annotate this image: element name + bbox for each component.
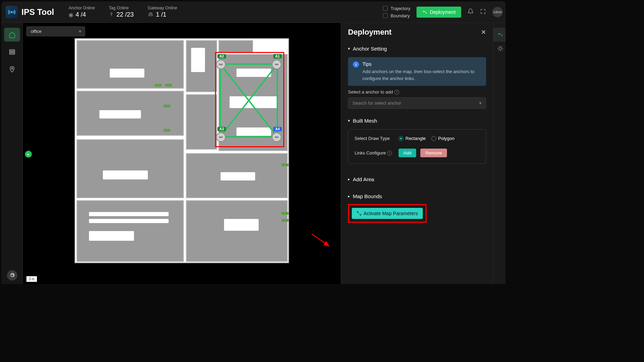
svg-rect-4 <box>9 51 15 52</box>
user-avatar[interactable]: Admin <box>492 7 503 17</box>
svg-point-18 <box>499 47 502 50</box>
tag-icon <box>109 11 114 18</box>
nav-map[interactable] <box>4 62 20 76</box>
map-select-dropdown[interactable]: office <box>26 26 85 36</box>
activate-highlight: Activate Map Parameters <box>348 204 427 223</box>
close-button[interactable]: ✕ <box>481 28 486 36</box>
status-tag: Tag Online 22 /23 <box>109 6 134 18</box>
svg-point-15 <box>221 137 222 138</box>
remove-link-button[interactable]: Remove <box>420 149 447 157</box>
settings-button[interactable] <box>7 270 17 281</box>
section-add-area[interactable]: ▸ Add Area <box>348 174 486 184</box>
section-anchor-setting[interactable]: ▾ Anchor Setting <box>348 44 486 54</box>
svg-point-16 <box>276 137 277 138</box>
anchor-a3[interactable]: A3 <box>216 132 226 142</box>
app-title: IPS Tool <box>21 7 54 17</box>
section-built-mesh[interactable]: ▾ Built Mesh <box>348 116 486 126</box>
tools-icon <box>422 9 428 15</box>
antenna-icon <box>274 62 279 67</box>
antenna-icon <box>218 62 224 67</box>
anchor-a2[interactable]: A2 <box>216 60 226 69</box>
chevron-down-icon: ▾ <box>348 118 350 123</box>
section-map-bounds[interactable]: ▸ Map Bounds <box>348 191 486 201</box>
anchor-a4[interactable]: A4 <box>272 132 281 142</box>
bell-icon[interactable] <box>467 8 474 16</box>
help-icon[interactable]: ? <box>394 90 399 95</box>
help-icon[interactable]: ? <box>387 151 392 156</box>
anchor-a1[interactable]: A1 <box>272 60 281 69</box>
expand-handle[interactable]: ▸ <box>25 151 32 158</box>
select-anchor-label: Select a anchor to add ? <box>348 89 486 95</box>
radio-polygon[interactable]: Polygon <box>431 136 455 141</box>
svg-rect-5 <box>9 53 15 54</box>
svg-point-0 <box>11 11 12 13</box>
svg-point-6 <box>11 68 12 69</box>
svg-rect-3 <box>9 50 15 51</box>
anchor-search-select[interactable]: Search for select anchor <box>348 97 486 109</box>
header: IPS Tool Anchor Online ◉4 /4 Tag Online … <box>1 1 506 23</box>
scale-bar: 3 m <box>26 276 37 282</box>
svg-point-14 <box>221 64 222 65</box>
nav-home[interactable] <box>4 28 20 42</box>
chevron-right-icon: ▸ <box>348 194 350 198</box>
boundary-checkbox[interactable]: Boundary <box>383 13 410 18</box>
bug-icon <box>497 45 503 52</box>
info-icon: i <box>353 61 359 68</box>
status-gateway: Gateway Online 1 /1 <box>147 6 177 18</box>
app-logo <box>6 6 18 18</box>
trajectory-checkbox[interactable]: Trajectory <box>383 6 410 11</box>
fullscreen-icon[interactable] <box>480 8 486 16</box>
svg-point-13 <box>276 64 277 65</box>
status-anchor: Anchor Online ◉4 /4 <box>69 6 95 18</box>
antenna-icon <box>218 134 224 140</box>
panel-tab-tools[interactable] <box>493 28 506 42</box>
svg-rect-2 <box>149 15 153 16</box>
gear-icon <box>9 273 15 278</box>
nav-layers[interactable] <box>4 45 20 59</box>
activate-icon <box>357 211 361 216</box>
tools-icon <box>497 32 503 38</box>
activate-map-button[interactable]: Activate Map Parameters <box>352 208 423 219</box>
chevron-right-icon: ▸ <box>348 177 350 182</box>
add-link-button[interactable]: Add <box>399 149 416 157</box>
radio-rectangle[interactable]: Rectangle <box>399 136 426 141</box>
antenna-icon <box>274 134 279 140</box>
svg-point-1 <box>111 12 112 14</box>
floorplan: A1 A2 A3 A4 <box>74 38 289 263</box>
chevron-down-icon: ▾ <box>348 46 350 51</box>
deployment-panel: Deployment ✕ ▾ Anchor Setting i Tips Add… <box>341 23 506 284</box>
gateway-icon <box>147 11 154 18</box>
anchor-icon: ◉ <box>69 11 73 18</box>
panel-title: Deployment <box>348 28 392 37</box>
panel-tab-debug[interactable] <box>493 42 506 55</box>
deployment-button[interactable]: Deployment <box>417 7 461 18</box>
tips-box: i Tips Add anchors on the map, then box-… <box>348 57 486 86</box>
map-viewport[interactable]: office ▸ <box>23 23 341 284</box>
sidebar-nav <box>1 23 23 284</box>
